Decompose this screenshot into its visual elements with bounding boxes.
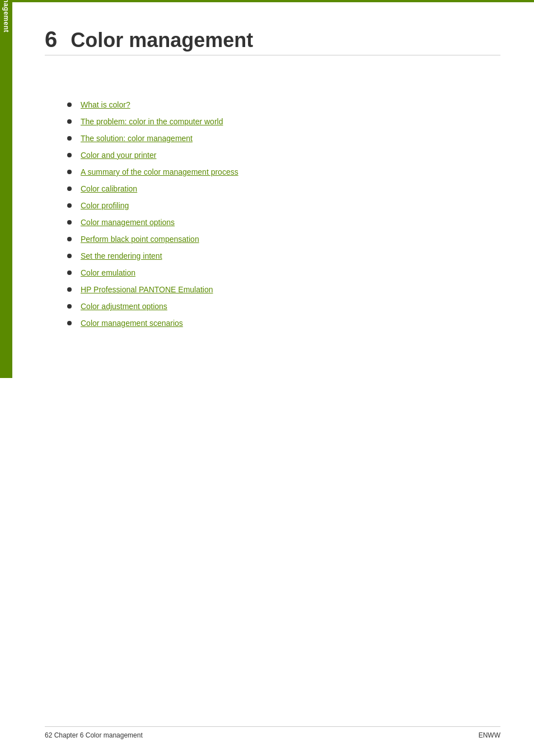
bullet-icon (67, 304, 72, 309)
toc-link-2[interactable]: The problem: color in the computer world (81, 117, 223, 126)
sidebar-tab: Color management (0, 0, 12, 378)
bullet-icon (67, 119, 72, 124)
toc-link-10[interactable]: Set the rendering intent (81, 251, 162, 260)
bullet-icon (67, 203, 72, 208)
bullet-icon (67, 220, 72, 225)
chapter-header: 6 Color management (45, 28, 500, 55)
toc-link-7[interactable]: Color profiling (81, 201, 129, 210)
toc-link-5[interactable]: A summary of the color management proces… (81, 167, 238, 176)
footer-right: ENWW (479, 731, 500, 739)
bullet-icon (67, 136, 72, 141)
list-item: Perform black point compensation (67, 235, 500, 244)
list-item: Color profiling (67, 201, 500, 210)
list-item: Color calibration (67, 184, 500, 193)
toc-link-11[interactable]: Color emulation (81, 268, 135, 277)
list-item: Color adjustment options (67, 302, 500, 311)
list-item: Color management scenarios (67, 319, 500, 328)
bullet-icon (67, 237, 72, 241)
toc-link-13[interactable]: Color adjustment options (81, 302, 167, 311)
toc-link-14[interactable]: Color management scenarios (81, 319, 183, 328)
main-content: 6 Color management What is color? The pr… (22, 0, 534, 756)
list-item: What is color? (67, 100, 500, 109)
toc-link-8[interactable]: Color management options (81, 218, 175, 227)
bullet-icon (67, 321, 72, 325)
list-item: The problem: color in the computer world (67, 117, 500, 126)
toc-link-12[interactable]: HP Professional PANTONE Emulation (81, 285, 213, 294)
bullet-icon (67, 287, 72, 292)
toc-link-3[interactable]: The solution: color management (81, 134, 193, 143)
chapter-number: 6 (45, 28, 57, 50)
bullet-icon (67, 153, 72, 157)
list-item: Set the rendering intent (67, 251, 500, 260)
toc-link-4[interactable]: Color and your printer (81, 151, 156, 160)
list-item: Color and your printer (67, 151, 500, 160)
list-item: The solution: color management (67, 134, 500, 143)
list-item: HP Professional PANTONE Emulation (67, 285, 500, 294)
bullet-icon (67, 102, 72, 107)
bullet-icon (67, 270, 72, 275)
chapter-title: Color management (71, 30, 253, 50)
toc-link-6[interactable]: Color calibration (81, 184, 137, 193)
bullet-icon (67, 170, 72, 174)
footer: 62 Chapter 6 Color management ENWW (45, 726, 500, 739)
bullet-icon (67, 186, 72, 191)
list-item: Color emulation (67, 268, 500, 277)
footer-left: 62 Chapter 6 Color management (45, 731, 143, 739)
bullet-icon (67, 254, 72, 258)
sidebar-label: Color management (2, 0, 10, 32)
toc-list: What is color? The problem: color in the… (67, 100, 500, 328)
toc-link-1[interactable]: What is color? (81, 100, 130, 109)
toc-link-9[interactable]: Perform black point compensation (81, 235, 199, 244)
list-item: A summary of the color management proces… (67, 167, 500, 176)
list-item: Color management options (67, 218, 500, 227)
